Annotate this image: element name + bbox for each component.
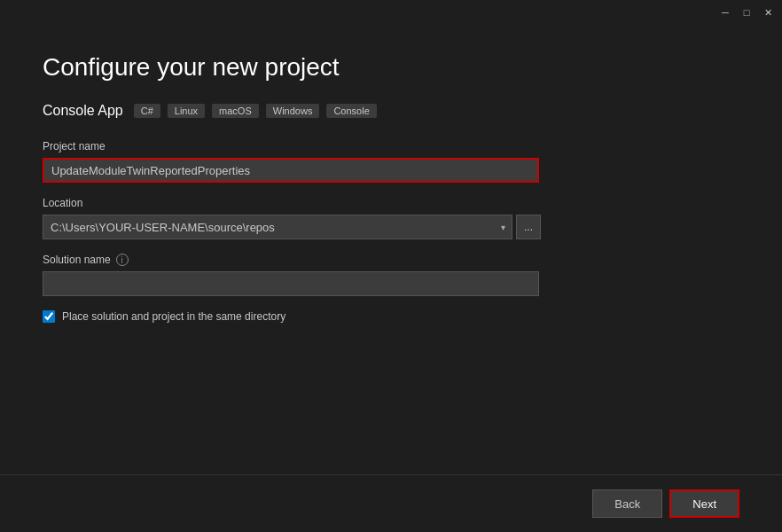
location-select[interactable]: C:\Users\YOUR-USER-NAME\source\repos bbox=[43, 215, 512, 239]
solution-name-input[interactable] bbox=[43, 271, 539, 296]
solution-name-label: Solution name i bbox=[43, 254, 739, 266]
browse-button[interactable]: ... bbox=[516, 215, 541, 239]
project-name-label: Project name bbox=[43, 140, 739, 153]
app-type-label: Console App bbox=[43, 103, 123, 119]
project-name-input[interactable] bbox=[43, 158, 539, 183]
tag-windows: Windows bbox=[266, 104, 320, 118]
location-label: Location bbox=[43, 197, 739, 209]
solution-name-field-group: Solution name i bbox=[43, 254, 739, 296]
maximize-button[interactable]: □ bbox=[739, 5, 754, 20]
location-select-wrapper: C:\Users\YOUR-USER-NAME\source\repos bbox=[43, 215, 512, 239]
close-button[interactable]: ✕ bbox=[761, 5, 775, 20]
same-directory-checkbox[interactable] bbox=[43, 310, 55, 323]
minimize-button[interactable]: ─ bbox=[718, 5, 732, 20]
tag-csharp: C# bbox=[134, 104, 160, 118]
title-bar: ─ □ ✕ bbox=[0, 0, 782, 25]
solution-name-info-icon[interactable]: i bbox=[116, 254, 129, 266]
same-directory-label[interactable]: Place solution and project in the same d… bbox=[62, 310, 285, 323]
next-button[interactable]: Next bbox=[669, 489, 739, 518]
location-row: C:\Users\YOUR-USER-NAME\source\repos ... bbox=[43, 215, 739, 239]
tag-linux: Linux bbox=[168, 104, 205, 118]
page-title: Configure your new project bbox=[43, 53, 739, 82]
main-content: Configure your new project Console App C… bbox=[0, 25, 782, 344]
same-directory-row: Place solution and project in the same d… bbox=[43, 310, 739, 323]
location-field-group: Location C:\Users\YOUR-USER-NAME\source\… bbox=[43, 197, 739, 239]
tag-macos: macOS bbox=[212, 104, 259, 118]
footer: Back Next bbox=[0, 474, 782, 532]
back-button[interactable]: Back bbox=[592, 489, 662, 518]
app-type-row: Console App C# Linux macOS Windows Conso… bbox=[43, 103, 739, 119]
project-name-field-group: Project name bbox=[43, 140, 739, 183]
tag-console: Console bbox=[326, 104, 376, 118]
